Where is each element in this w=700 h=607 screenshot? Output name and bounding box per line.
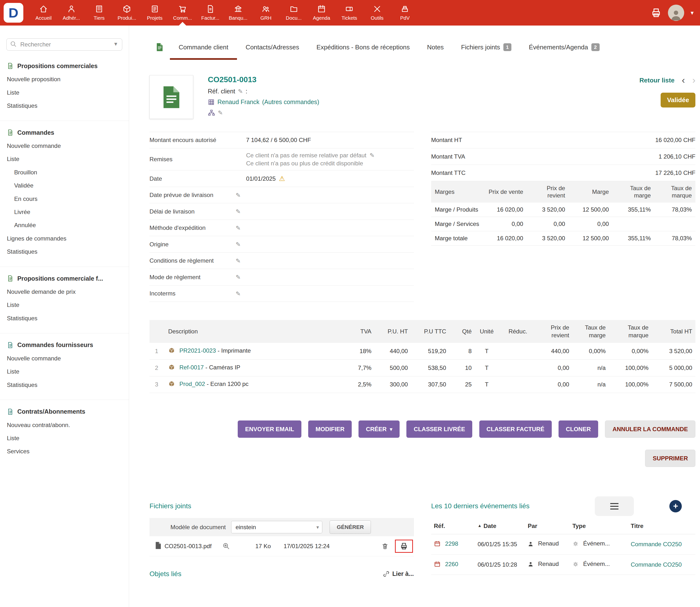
print-page-button[interactable]	[651, 7, 662, 18]
sidebar-title-propositions-fournisseurs[interactable]: Propositions commerciale f...	[0, 272, 129, 285]
topnav-item-banques[interactable]: Banqu...	[224, 0, 252, 25]
edit-origine-icon[interactable]: ✎	[236, 241, 241, 248]
sidebar-item-nouvelle-demande-de-prix[interactable]: Nouvelle demande de prix	[0, 285, 129, 298]
user-avatar[interactable]	[668, 5, 684, 21]
sidebar-item-nouvelle-commande[interactable]: Nouvelle commande	[0, 352, 129, 365]
sidebar-item-statistiques[interactable]: Statistiques	[0, 312, 129, 325]
add-event-button[interactable]: +	[670, 500, 682, 512]
events-col-ref[interactable]: Réf.	[431, 518, 475, 534]
tab-notes[interactable]: Notes	[418, 39, 452, 60]
clone-button[interactable]: CLONER	[559, 420, 598, 438]
sidebar-item-en-cours[interactable]: En cours	[0, 192, 129, 205]
events-col-date[interactable]: ▲Date	[475, 518, 525, 534]
tab-fichiers-joints[interactable]: Fichiers joints 1	[452, 39, 520, 60]
sidebar-item-statistiques[interactable]: Statistiques	[0, 245, 129, 258]
document-model-select[interactable]: einstein	[231, 521, 322, 533]
event-ref-link[interactable]: 2260	[445, 561, 458, 567]
print-file-button[interactable]	[400, 542, 408, 550]
topnav-item-produits[interactable]: Produi...	[113, 0, 141, 25]
edit-expedition-icon[interactable]: ✎	[236, 225, 241, 231]
sidebar-title-propositions[interactable]: Propositions commerciales	[0, 60, 129, 73]
event-user-link[interactable]: Renaud	[538, 540, 559, 547]
preview-file-button[interactable]	[223, 543, 230, 550]
sidebar-title-contrats[interactable]: Contrats/Abonnements	[0, 405, 129, 418]
product-ref-link[interactable]: Ref-0017	[179, 364, 204, 370]
tab-evenements-agenda[interactable]: Événements/Agenda 2	[520, 39, 608, 60]
sidebar-item-liste[interactable]: Liste	[0, 152, 129, 166]
cancel-order-button[interactable]: ANNULER LA COMMANDE	[605, 420, 695, 438]
event-title-link[interactable]: Commande CO250	[631, 541, 682, 547]
sidebar-item-liste[interactable]: Liste	[0, 365, 129, 378]
topnav-item-tickets[interactable]: Tickets	[335, 0, 363, 25]
topnav-item-agenda[interactable]: Agenda	[308, 0, 335, 25]
topnav-item-projets[interactable]: Projets	[141, 0, 169, 25]
document-thumbnail[interactable]	[150, 75, 193, 119]
other-orders-link[interactable]: (Autres commandes)	[262, 99, 320, 106]
sidebar-item-liste[interactable]: Liste	[0, 298, 129, 312]
customer-link[interactable]: Renaud Franck	[217, 99, 259, 106]
event-ref-link[interactable]: 2298	[445, 540, 458, 547]
sidebar-item-statistiques[interactable]: Statistiques	[0, 378, 129, 391]
search-input[interactable]	[6, 38, 122, 51]
sidebar-item-annulee[interactable]: Annulée	[0, 218, 129, 232]
topnav-item-documents[interactable]: Docu...	[280, 0, 307, 25]
user-menu-caret-icon[interactable]: ▾	[691, 9, 694, 16]
sidebar-item-services[interactable]: Services	[0, 445, 129, 458]
edit-delai-icon[interactable]: ✎	[236, 208, 241, 215]
topnav-item-grh[interactable]: GRH	[252, 0, 280, 25]
create-button[interactable]: CRÉER▾	[358, 420, 399, 438]
event-title-link[interactable]: Commande CO250	[631, 561, 682, 568]
modify-button[interactable]: MODIFIER	[308, 420, 352, 438]
delete-button[interactable]: SUPPRIMER	[645, 449, 695, 467]
classify-billed-button[interactable]: CLASSER FACTURÉ	[479, 420, 552, 438]
sidebar-item-liste[interactable]: Liste	[0, 86, 129, 99]
sidebar-title-commandes[interactable]: Commandes	[0, 126, 129, 139]
send-email-button[interactable]: ENVOYER EMAIL	[238, 420, 301, 438]
topnav-item-commerce[interactable]: Comm...	[169, 0, 196, 25]
tab-commande-client[interactable]: Commande client	[170, 39, 237, 60]
delete-file-button[interactable]	[381, 542, 389, 550]
sidebar-item-liste[interactable]: Liste	[0, 432, 129, 445]
sidebar-item-nouvelle-commande[interactable]: Nouvelle commande	[0, 139, 129, 152]
edit-mode-reglement-icon[interactable]: ✎	[236, 274, 241, 281]
topnav-item-accueil[interactable]: Accueil	[30, 0, 57, 25]
previous-record-icon[interactable]: ‹	[682, 76, 685, 84]
sidebar-item-nouveau-contrat[interactable]: Nouveau contrat/abonn.	[0, 418, 129, 432]
events-col-type[interactable]: Type	[570, 518, 628, 534]
search-caret-icon[interactable]: ▼	[113, 41, 118, 47]
sidebar-item-nouvelle-proposition[interactable]: Nouvelle proposition	[0, 73, 129, 86]
topnav-item-facturation[interactable]: Factur...	[196, 0, 224, 25]
classify-delivered-button[interactable]: CLASSER LIVRÉE	[407, 420, 472, 438]
link-to-button[interactable]: Lier à...	[383, 570, 414, 577]
sidebar-item-validee[interactable]: Validée	[0, 179, 129, 192]
tab-contacts-adresses[interactable]: Contacts/Adresses	[237, 39, 308, 60]
tab-expeditions[interactable]: Expéditions - Bons de réceptions	[308, 39, 418, 60]
topnav-item-tiers[interactable]: Tiers	[85, 0, 113, 25]
topnav-item-adherents[interactable]: Adhér...	[57, 0, 85, 25]
event-user-link[interactable]: Renaud	[538, 561, 559, 567]
edit-incoterms-icon[interactable]: ✎	[236, 290, 241, 297]
dolibarr-logo[interactable]: D	[4, 3, 23, 23]
topnav-item-pdv[interactable]: PdV	[391, 0, 419, 25]
events-col-par[interactable]: Par	[525, 518, 570, 534]
sidebar-title-commandes-fournisseurs[interactable]: Commandes fournisseurs	[0, 339, 129, 352]
sidebar-item-statistiques[interactable]: Statistiques	[0, 99, 129, 112]
sidebar-item-livree[interactable]: Livrée	[0, 206, 129, 218]
edit-conditions-icon[interactable]: ✎	[236, 257, 241, 264]
product-ref-link[interactable]: Prod_002	[179, 381, 205, 387]
next-record-icon[interactable]: ›	[692, 76, 695, 84]
edit-ref-client-icon[interactable]: ✎	[238, 88, 243, 95]
events-col-titre[interactable]: Titre	[628, 518, 696, 534]
product-ref-link[interactable]: PR2021-0023	[179, 347, 216, 354]
generate-button[interactable]: GÉNÉRER	[330, 520, 371, 533]
edit-date-livraison-icon[interactable]: ✎	[236, 192, 241, 199]
topnav-item-outils[interactable]: Outils	[363, 0, 391, 25]
events-menu-button[interactable]	[595, 496, 634, 516]
sidebar-item-lignes-de-commandes[interactable]: Lignes de commandes	[0, 232, 129, 245]
attached-file-link[interactable]: CO2501-0013.pdf	[165, 543, 212, 550]
edit-remise-icon[interactable]: ✎	[369, 151, 374, 160]
sidebar-item-brouillon[interactable]: Brouillon	[0, 166, 129, 179]
back-to-list-link[interactable]: Retour liste	[639, 77, 675, 84]
edit-project-icon[interactable]: ✎	[218, 109, 223, 116]
order-tab-icon[interactable]	[150, 39, 170, 60]
